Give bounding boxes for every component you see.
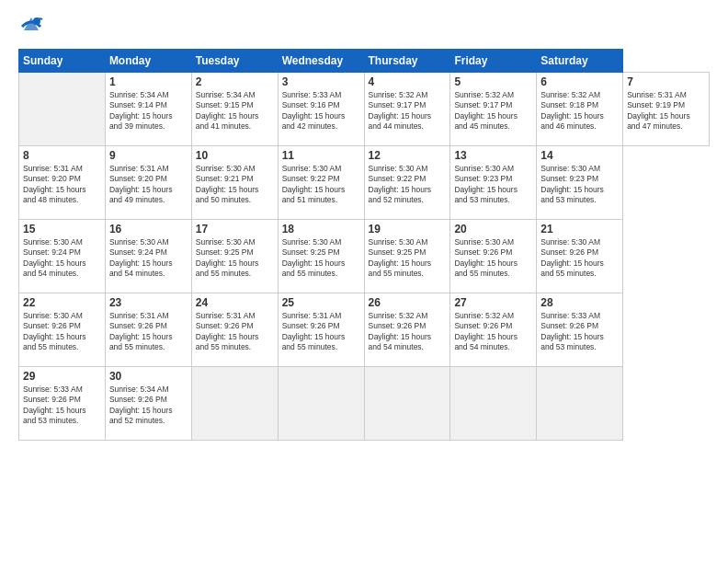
day-number: 29 [23, 370, 101, 383]
header [18, 14, 710, 40]
day-number: 25 [282, 296, 360, 309]
calendar-cell: 11Sunrise: 5:30 AMSunset: 9:22 PMDayligh… [278, 146, 364, 220]
day-info: Sunrise: 5:33 AMSunset: 9:16 PMDaylight:… [282, 90, 346, 131]
day-number: 4 [369, 75, 447, 88]
day-number: 18 [282, 223, 360, 236]
day-info: Sunrise: 5:32 AMSunset: 9:26 PMDaylight:… [369, 311, 432, 351]
day-number: 23 [109, 296, 188, 309]
calendar-cell: 28Sunrise: 5:33 AMSunset: 9:26 PMDayligh… [537, 293, 623, 367]
day-info: Sunrise: 5:30 AMSunset: 9:25 PMDaylight:… [282, 237, 346, 278]
day-number: 11 [282, 149, 360, 162]
day-info: Sunrise: 5:31 AMSunset: 9:20 PMDaylight:… [23, 164, 86, 204]
day-info: Sunrise: 5:30 AMSunset: 9:26 PMDaylight:… [454, 237, 518, 278]
calendar-cell: 8Sunrise: 5:31 AMSunset: 9:20 PMDaylight… [19, 146, 106, 220]
calendar-cell: 16Sunrise: 5:30 AMSunset: 9:24 PMDayligh… [105, 220, 191, 293]
day-info: Sunrise: 5:31 AMSunset: 9:26 PMDaylight:… [109, 311, 173, 351]
calendar-cell: 27Sunrise: 5:32 AMSunset: 9:26 PMDayligh… [450, 293, 537, 367]
day-info: Sunrise: 5:31 AMSunset: 9:26 PMDaylight:… [282, 311, 346, 351]
calendar-cell: 24Sunrise: 5:31 AMSunset: 9:26 PMDayligh… [191, 293, 278, 367]
day-number: 14 [540, 149, 619, 162]
calendar-cell: 6Sunrise: 5:32 AMSunset: 9:18 PMDaylight… [537, 73, 623, 146]
day-number: 21 [540, 223, 619, 236]
calendar-cell: 22Sunrise: 5:30 AMSunset: 9:26 PMDayligh… [19, 293, 106, 367]
day-number: 8 [23, 149, 101, 162]
day-info: Sunrise: 5:30 AMSunset: 9:24 PMDaylight:… [109, 237, 173, 278]
day-info: Sunrise: 5:30 AMSunset: 9:22 PMDaylight:… [369, 164, 432, 204]
calendar-cell [19, 73, 106, 146]
calendar-week-3: 22Sunrise: 5:30 AMSunset: 9:26 PMDayligh… [19, 293, 710, 367]
day-number: 30 [109, 370, 188, 383]
calendar-cell: 21Sunrise: 5:30 AMSunset: 9:26 PMDayligh… [537, 220, 623, 293]
day-info: Sunrise: 5:32 AMSunset: 9:17 PMDaylight:… [369, 90, 432, 131]
day-number: 5 [454, 75, 532, 88]
calendar-week-2: 15Sunrise: 5:30 AMSunset: 9:24 PMDayligh… [19, 220, 710, 293]
calendar-cell [278, 367, 364, 441]
weekday-header-row: SundayMondayTuesdayWednesdayThursdayFrid… [19, 50, 710, 73]
day-info: Sunrise: 5:31 AMSunset: 9:19 PMDaylight:… [627, 90, 690, 131]
calendar-body: 1Sunrise: 5:34 AMSunset: 9:14 PMDaylight… [19, 73, 710, 441]
day-number: 6 [540, 75, 619, 88]
calendar-cell: 3Sunrise: 5:33 AMSunset: 9:16 PMDaylight… [278, 73, 364, 146]
day-number: 7 [627, 75, 705, 88]
weekday-header-wednesday: Wednesday [278, 50, 364, 73]
calendar-cell [191, 367, 278, 441]
weekday-header-saturday: Saturday [537, 50, 623, 73]
day-info: Sunrise: 5:34 AMSunset: 9:26 PMDaylight:… [109, 385, 173, 425]
day-number: 10 [196, 149, 274, 162]
calendar-cell: 29Sunrise: 5:33 AMSunset: 9:26 PMDayligh… [19, 367, 106, 441]
day-info: Sunrise: 5:32 AMSunset: 9:26 PMDaylight:… [454, 311, 518, 351]
calendar-cell: 5Sunrise: 5:32 AMSunset: 9:17 PMDaylight… [450, 73, 537, 146]
calendar-table: SundayMondayTuesdayWednesdayThursdayFrid… [18, 49, 710, 441]
calendar-cell: 10Sunrise: 5:30 AMSunset: 9:21 PMDayligh… [191, 146, 278, 220]
calendar-cell [537, 367, 623, 441]
day-info: Sunrise: 5:30 AMSunset: 9:25 PMDaylight:… [369, 237, 432, 278]
calendar-cell: 30Sunrise: 5:34 AMSunset: 9:26 PMDayligh… [105, 367, 191, 441]
calendar-cell: 25Sunrise: 5:31 AMSunset: 9:26 PMDayligh… [278, 293, 364, 367]
calendar-week-0: 1Sunrise: 5:34 AMSunset: 9:14 PMDaylight… [19, 73, 710, 146]
calendar-cell: 18Sunrise: 5:30 AMSunset: 9:25 PMDayligh… [278, 220, 364, 293]
weekday-header-friday: Friday [450, 50, 537, 73]
calendar-cell: 2Sunrise: 5:34 AMSunset: 9:15 PMDaylight… [191, 73, 278, 146]
calendar-cell: 7Sunrise: 5:31 AMSunset: 9:19 PMDaylight… [623, 73, 710, 146]
day-info: Sunrise: 5:30 AMSunset: 9:23 PMDaylight:… [540, 164, 604, 204]
day-number: 27 [454, 296, 532, 309]
day-number: 15 [23, 223, 101, 236]
day-number: 12 [369, 149, 447, 162]
day-info: Sunrise: 5:30 AMSunset: 9:21 PMDaylight:… [196, 164, 259, 204]
calendar-week-1: 8Sunrise: 5:31 AMSunset: 9:20 PMDaylight… [19, 146, 710, 220]
day-number: 22 [23, 296, 101, 309]
day-info: Sunrise: 5:34 AMSunset: 9:15 PMDaylight:… [196, 90, 259, 131]
calendar-cell: 1Sunrise: 5:34 AMSunset: 9:14 PMDaylight… [105, 73, 191, 146]
calendar-cell [364, 367, 450, 441]
day-info: Sunrise: 5:34 AMSunset: 9:14 PMDaylight:… [109, 90, 173, 131]
weekday-header-tuesday: Tuesday [191, 50, 278, 73]
day-number: 20 [454, 223, 532, 236]
day-info: Sunrise: 5:30 AMSunset: 9:25 PMDaylight:… [196, 237, 259, 278]
calendar-cell [450, 367, 537, 441]
calendar-cell: 13Sunrise: 5:30 AMSunset: 9:23 PMDayligh… [450, 146, 537, 220]
day-number: 28 [540, 296, 619, 309]
day-number: 24 [196, 296, 274, 309]
day-info: Sunrise: 5:30 AMSunset: 9:26 PMDaylight:… [23, 311, 86, 351]
day-number: 1 [109, 75, 188, 88]
day-info: Sunrise: 5:31 AMSunset: 9:20 PMDaylight:… [109, 164, 173, 204]
calendar-cell: 15Sunrise: 5:30 AMSunset: 9:24 PMDayligh… [19, 220, 106, 293]
day-number: 17 [196, 223, 274, 236]
page: SundayMondayTuesdayWednesdayThursdayFrid… [0, 0, 728, 563]
day-number: 19 [369, 223, 447, 236]
day-number: 3 [282, 75, 360, 88]
day-info: Sunrise: 5:30 AMSunset: 9:26 PMDaylight:… [540, 237, 604, 278]
calendar-cell: 4Sunrise: 5:32 AMSunset: 9:17 PMDaylight… [364, 73, 450, 146]
calendar-cell: 9Sunrise: 5:31 AMSunset: 9:20 PMDaylight… [105, 146, 191, 220]
calendar-cell: 23Sunrise: 5:31 AMSunset: 9:26 PMDayligh… [105, 293, 191, 367]
calendar-cell: 14Sunrise: 5:30 AMSunset: 9:23 PMDayligh… [537, 146, 623, 220]
day-info: Sunrise: 5:32 AMSunset: 9:18 PMDaylight:… [540, 90, 604, 131]
calendar-cell: 12Sunrise: 5:30 AMSunset: 9:22 PMDayligh… [364, 146, 450, 220]
day-info: Sunrise: 5:32 AMSunset: 9:17 PMDaylight:… [454, 90, 518, 131]
day-info: Sunrise: 5:31 AMSunset: 9:26 PMDaylight:… [196, 311, 259, 351]
calendar-cell: 26Sunrise: 5:32 AMSunset: 9:26 PMDayligh… [364, 293, 450, 367]
logo [18, 14, 48, 40]
day-number: 26 [369, 296, 447, 309]
day-info: Sunrise: 5:30 AMSunset: 9:22 PMDaylight:… [282, 164, 346, 204]
calendar-cell: 19Sunrise: 5:30 AMSunset: 9:25 PMDayligh… [364, 220, 450, 293]
